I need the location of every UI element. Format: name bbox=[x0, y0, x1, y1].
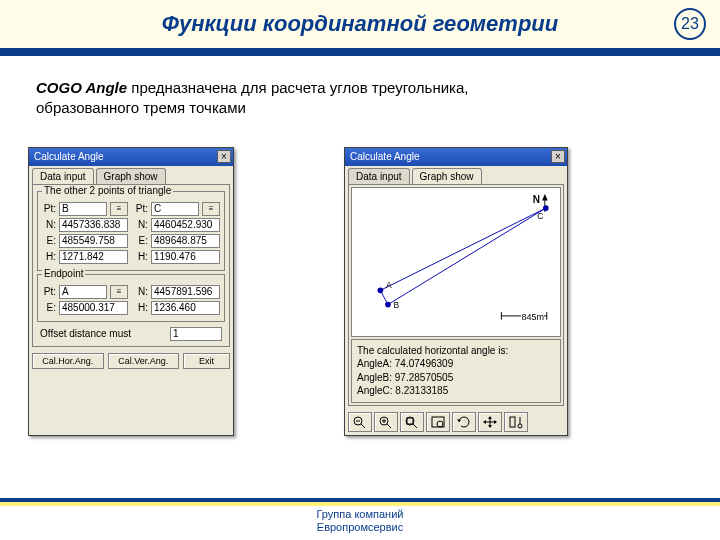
input-n-a[interactable]: 4457891.596 bbox=[151, 285, 220, 299]
footer: Группа компаний Европромсервис bbox=[0, 508, 720, 534]
offset-input[interactable]: 1 bbox=[170, 327, 222, 341]
input-pt-b[interactable]: B bbox=[59, 202, 107, 216]
svg-line-22 bbox=[413, 424, 417, 428]
tab-row: Data input Graph show bbox=[345, 166, 567, 184]
refresh-icon[interactable] bbox=[452, 412, 476, 432]
tab-data-input[interactable]: Data input bbox=[348, 168, 410, 184]
svg-point-25 bbox=[437, 421, 443, 427]
titlebar-text: Calculate Angle bbox=[350, 151, 420, 162]
label-pt: Pt: bbox=[134, 203, 148, 214]
zoom-out-icon[interactable] bbox=[348, 412, 372, 432]
description-lead: COGO Angle bbox=[36, 79, 127, 96]
svg-text:A: A bbox=[386, 280, 392, 290]
label-pt: Pt: bbox=[42, 203, 56, 214]
tab-data-input[interactable]: Data input bbox=[32, 168, 94, 184]
calc-ver-ang-button[interactable]: Cal.Ver.Ang. bbox=[108, 353, 180, 369]
label-h: H: bbox=[134, 302, 148, 313]
offset-row: Offset distance must 1 bbox=[36, 325, 226, 343]
group-title: The other 2 points of triangle bbox=[42, 185, 173, 196]
pick-icon[interactable]: ≡ bbox=[110, 285, 128, 299]
label-h: H: bbox=[134, 251, 148, 262]
svg-line-4 bbox=[380, 208, 545, 290]
label-e: E: bbox=[42, 235, 56, 246]
calc-hor-ang-button[interactable]: Cal.Hor.Ang. bbox=[32, 353, 104, 369]
svg-line-3 bbox=[388, 208, 546, 304]
zoom-in-icon[interactable] bbox=[374, 412, 398, 432]
graph-canvas[interactable]: N A B C 845m bbox=[351, 187, 561, 337]
description: COGO Angle предназначена для расчета угл… bbox=[36, 78, 476, 119]
input-n-b[interactable]: 4457336.838 bbox=[59, 218, 128, 232]
north-label: N bbox=[533, 194, 540, 205]
svg-marker-1 bbox=[542, 193, 548, 200]
pick-icon[interactable]: ≡ bbox=[110, 202, 128, 216]
result-angle-c: AngleC: 8.23133185 bbox=[357, 384, 555, 398]
input-n-c[interactable]: 4460452.930 bbox=[151, 218, 220, 232]
tab-row: Data input Graph show bbox=[29, 166, 233, 184]
titlebar: Calculate Angle × bbox=[29, 148, 233, 166]
footer-line2: Европромсервис bbox=[0, 521, 720, 534]
label-e: E: bbox=[134, 235, 148, 246]
svg-rect-23 bbox=[407, 418, 413, 424]
input-pt-c[interactable]: C bbox=[151, 202, 199, 216]
result-angle-b: AngleB: 97.28570505 bbox=[357, 371, 555, 385]
label-pt: Pt: bbox=[42, 286, 56, 297]
title-band: Функции координатной геометрии 23 bbox=[0, 0, 720, 48]
footer-line1: Группа компаний bbox=[0, 508, 720, 521]
input-h-c[interactable]: 1190.476 bbox=[151, 250, 220, 264]
input-pt-a[interactable]: A bbox=[59, 285, 107, 299]
identify-icon[interactable] bbox=[504, 412, 528, 432]
label-n: N: bbox=[134, 286, 148, 297]
svg-text:C: C bbox=[537, 211, 543, 221]
results-panel: The calculated horizontal angle is: Angl… bbox=[351, 339, 561, 403]
input-h-b[interactable]: 1271.842 bbox=[59, 250, 128, 264]
close-icon[interactable]: × bbox=[551, 150, 565, 163]
close-icon[interactable]: × bbox=[217, 150, 231, 163]
group-other-points: The other 2 points of triangle Pt:B≡ N:4… bbox=[37, 191, 225, 271]
calc-angle-window-input: Calculate Angle × Data input Graph show … bbox=[28, 147, 234, 436]
zoom-window-icon[interactable] bbox=[426, 412, 450, 432]
input-h-a[interactable]: 1236.460 bbox=[151, 301, 220, 315]
label-h: H: bbox=[42, 251, 56, 262]
zoom-extents-icon[interactable] bbox=[400, 412, 424, 432]
results-head: The calculated horizontal angle is: bbox=[357, 344, 555, 358]
svg-line-18 bbox=[387, 424, 391, 428]
svg-line-15 bbox=[361, 424, 365, 428]
svg-marker-32 bbox=[494, 420, 497, 424]
window-body: N A B C 845m bbox=[348, 184, 564, 406]
svg-marker-26 bbox=[457, 419, 461, 422]
pick-icon[interactable]: ≡ bbox=[202, 202, 220, 216]
svg-marker-30 bbox=[488, 425, 492, 428]
tab-graph-show[interactable]: Graph show bbox=[412, 168, 482, 184]
input-e-a[interactable]: 485000.317 bbox=[59, 301, 128, 315]
svg-point-7 bbox=[543, 205, 549, 211]
label-e: E: bbox=[42, 302, 56, 313]
svg-text:B: B bbox=[394, 300, 400, 310]
window-body: The other 2 points of triangle Pt:B≡ N:4… bbox=[32, 184, 230, 347]
pan-icon[interactable] bbox=[478, 412, 502, 432]
svg-rect-33 bbox=[510, 417, 515, 427]
divider-top bbox=[0, 48, 720, 56]
page-title: Функции координатной геометрии bbox=[162, 11, 558, 37]
svg-point-5 bbox=[378, 287, 384, 293]
page-number-badge: 23 bbox=[674, 8, 706, 40]
result-angle-a: AngleA: 74.07496309 bbox=[357, 357, 555, 371]
titlebar: Calculate Angle × bbox=[345, 148, 567, 166]
label-n: N: bbox=[42, 219, 56, 230]
svg-marker-31 bbox=[483, 420, 486, 424]
tab-graph-show[interactable]: Graph show bbox=[96, 168, 166, 184]
svg-point-34 bbox=[518, 424, 522, 428]
input-e-c[interactable]: 489648.875 bbox=[151, 234, 220, 248]
exit-button[interactable]: Exit bbox=[183, 353, 230, 369]
svg-marker-29 bbox=[488, 416, 492, 419]
calc-angle-window-graph: Calculate Angle × Data input Graph show … bbox=[344, 147, 568, 436]
scale-label: 845m bbox=[521, 312, 544, 322]
svg-point-6 bbox=[385, 301, 391, 307]
divider-bottom-yellow bbox=[0, 502, 720, 506]
label-n: N: bbox=[134, 219, 148, 230]
graph-toolbar bbox=[345, 409, 567, 435]
panels-row: Calculate Angle × Data input Graph show … bbox=[28, 147, 720, 436]
offset-label: Offset distance must bbox=[40, 328, 131, 339]
bottom-button-row: Cal.Hor.Ang. Cal.Ver.Ang. Exit bbox=[29, 350, 233, 372]
input-e-b[interactable]: 485549.758 bbox=[59, 234, 128, 248]
titlebar-text: Calculate Angle bbox=[34, 151, 104, 162]
